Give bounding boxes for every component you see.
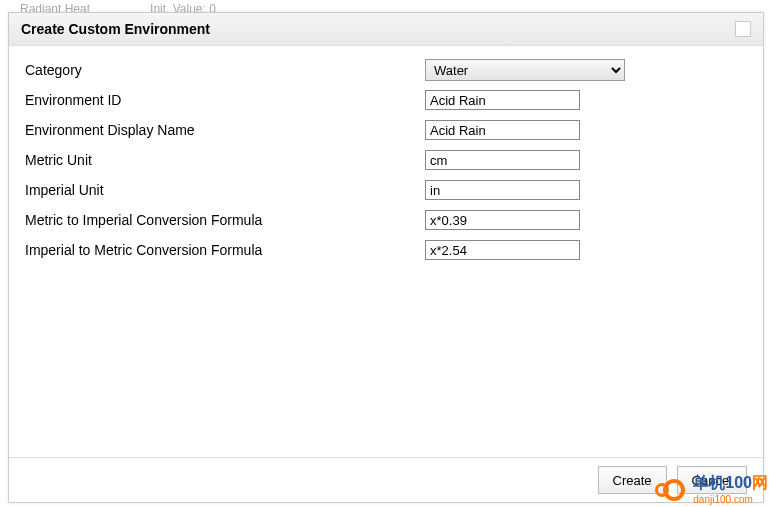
- imperial-to-metric-input[interactable]: [425, 240, 580, 260]
- category-select[interactable]: Water: [425, 59, 625, 81]
- row-metric-to-imperial: Metric to Imperial Conversion Formula: [25, 208, 747, 232]
- label-metric-to-imperial: Metric to Imperial Conversion Formula: [25, 212, 425, 228]
- cancel-button[interactable]: Cancel: [677, 466, 747, 494]
- label-imperial-unit: Imperial Unit: [25, 182, 425, 198]
- row-metric-unit: Metric Unit: [25, 148, 747, 172]
- environment-display-name-input[interactable]: [425, 120, 580, 140]
- create-button[interactable]: Create: [598, 466, 667, 494]
- label-category: Category: [25, 62, 425, 78]
- row-environment-display-name: Environment Display Name: [25, 118, 747, 142]
- dialog-content: Category Water Environment ID Environmen…: [9, 46, 763, 457]
- metric-to-imperial-input[interactable]: [425, 210, 580, 230]
- label-environment-display-name: Environment Display Name: [25, 122, 425, 138]
- create-environment-dialog: Create Custom Environment Category Water…: [8, 12, 764, 503]
- row-imperial-to-metric: Imperial to Metric Conversion Formula: [25, 238, 747, 262]
- label-imperial-to-metric: Imperial to Metric Conversion Formula: [25, 242, 425, 258]
- label-metric-unit: Metric Unit: [25, 152, 425, 168]
- close-button[interactable]: [735, 21, 751, 37]
- metric-unit-input[interactable]: [425, 150, 580, 170]
- dialog-title-bar: Create Custom Environment: [9, 13, 763, 46]
- dialog-title: Create Custom Environment: [21, 21, 210, 37]
- label-environment-id: Environment ID: [25, 92, 425, 108]
- imperial-unit-input[interactable]: [425, 180, 580, 200]
- dialog-button-bar: Create Cancel: [9, 457, 763, 502]
- row-imperial-unit: Imperial Unit: [25, 178, 747, 202]
- row-category: Category Water: [25, 58, 747, 82]
- environment-id-input[interactable]: [425, 90, 580, 110]
- row-environment-id: Environment ID: [25, 88, 747, 112]
